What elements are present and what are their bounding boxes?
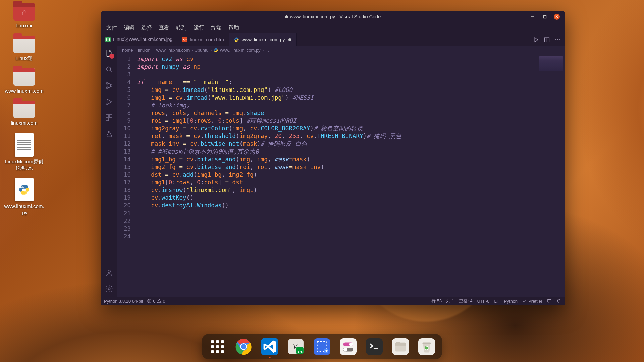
svg-rect-39 (396, 342, 401, 344)
editor-pane: home›linuxmi›www.linuxmi.com›Ubuntu›www.… (117, 46, 565, 297)
python-file-icon (213, 48, 218, 53)
run-button[interactable] (533, 37, 539, 43)
svg-rect-2 (543, 15, 546, 18)
explorer-badge: 1 (109, 54, 114, 59)
svg-point-4 (555, 39, 556, 40)
status-notifications[interactable] (556, 299, 561, 303)
editor-tab[interactable]: www..linuxmi.com.py (229, 33, 297, 46)
image-file-icon (105, 37, 111, 42)
svg-point-15 (108, 270, 110, 273)
desktop-icon[interactable]: linuxmi.com (4, 101, 44, 126)
accounts-button[interactable] (105, 268, 113, 277)
dirty-dot-icon (288, 38, 291, 41)
menu-item[interactable]: 终端 (208, 23, 225, 33)
svg-point-34 (343, 348, 347, 351)
dock-app-trash[interactable] (417, 337, 436, 356)
menu-item[interactable]: 文件 (103, 23, 120, 33)
svg-point-7 (106, 67, 111, 71)
chevron-right-icon: › (153, 48, 154, 53)
run-debug-tab[interactable] (105, 97, 113, 106)
html-file-icon: <> (182, 37, 187, 42)
dock: Vim (202, 334, 442, 359)
breadcrumb-segment[interactable]: ... (265, 48, 269, 53)
dock-app-terminal[interactable] (365, 337, 384, 356)
window-minimize-button[interactable] (530, 14, 536, 20)
line-gutter: 123456789101112131415161718192021222324 (117, 54, 137, 297)
editor-tabbar: Linux迷www.linuxmi.com.jpg<>linuxmi.com.h… (101, 33, 565, 46)
svg-point-8 (106, 82, 108, 84)
svg-point-9 (106, 87, 108, 88)
menu-item[interactable]: 运行 (191, 23, 207, 33)
chevron-right-icon: › (135, 48, 136, 53)
svg-rect-35 (366, 338, 383, 355)
status-python-env[interactable]: Python 3.8.10 64-bit (104, 299, 143, 304)
menu-item[interactable]: 选择 (138, 23, 155, 33)
status-formatter[interactable]: Prettier (522, 299, 542, 304)
testing-tab[interactable] (105, 129, 113, 138)
dock-app-vscode[interactable] (260, 337, 279, 356)
bell-icon (556, 299, 561, 303)
desktop-icon[interactable]: www.linuxmi.com..py (4, 178, 44, 216)
menu-item[interactable]: 编辑 (121, 23, 138, 33)
menubar: 文件编辑选择查看转到运行终端帮助 (101, 23, 565, 33)
desktop-icon[interactable]: www.linuxmi.com (4, 68, 44, 94)
split-editor-button[interactable] (544, 37, 550, 43)
svg-rect-14 (106, 118, 109, 121)
extensions-tab[interactable] (105, 113, 113, 122)
editor-tab[interactable]: Linux迷www.linuxmi.com.jpg (101, 33, 177, 46)
desktop-icon-label: www.linuxmi.com..py (4, 203, 44, 216)
settings-button[interactable] (105, 284, 113, 293)
dock-app-settings[interactable] (339, 337, 358, 356)
dock-app-chrome[interactable] (234, 337, 253, 356)
status-cursor[interactable]: 行 53，列 1 (431, 298, 454, 304)
svg-point-0 (22, 186, 23, 187)
window-titlebar[interactable]: www..linuxmi.com.py - Visual Studio Code… (101, 11, 565, 23)
desktop-icon[interactable]: LinuxMi.com原创说明.txt (4, 133, 44, 171)
desktop-icon[interactable]: ⌂linuxmi (4, 3, 44, 29)
window-title-text: www..linuxmi.com.py - Visual Studio Code (290, 14, 381, 19)
search-tab[interactable] (105, 65, 113, 74)
breadcrumb[interactable]: home›linuxmi›www.linuxmi.com›Ubuntu›www.… (117, 46, 565, 54)
status-feedback[interactable] (547, 299, 552, 303)
svg-point-16 (108, 288, 110, 290)
status-encoding[interactable]: UTF-8 (477, 299, 490, 304)
desktop-icon-label: linuxmi.com (4, 120, 44, 126)
tab-label: linuxmi.com.htm (190, 37, 224, 42)
chevron-right-icon: › (210, 48, 212, 53)
code-editor[interactable]: 123456789101112131415161718192021222324 … (117, 54, 565, 297)
dock-app-vim[interactable]: Vim (286, 337, 305, 356)
menu-item[interactable]: 转到 (173, 23, 190, 33)
breadcrumb-segment[interactable]: home (122, 48, 133, 53)
svg-rect-41 (423, 343, 431, 344)
breadcrumb-segment[interactable]: www..linuxmi.com.py (220, 48, 261, 53)
chevron-right-icon: › (191, 48, 193, 53)
svg-rect-13 (109, 115, 112, 117)
breadcrumb-segment[interactable]: www.linuxmi.com (156, 48, 190, 53)
desktop-icon-label: linuxmi (4, 23, 44, 29)
menu-item[interactable]: 查看 (156, 23, 172, 33)
warning-icon (157, 299, 162, 303)
status-problems[interactable]: 0 0 (147, 299, 165, 304)
status-lang[interactable]: Python (504, 299, 518, 304)
status-indent[interactable]: 空格: 4 (459, 298, 472, 304)
window-close-button[interactable]: ✕ (554, 14, 560, 20)
dock-app-files[interactable] (391, 337, 410, 356)
menu-item[interactable]: 帮助 (225, 23, 242, 33)
more-actions-button[interactable] (554, 37, 560, 43)
breadcrumb-segment[interactable]: Ubuntu (195, 48, 209, 53)
minimap[interactable] (535, 54, 565, 297)
status-eol[interactable]: LF (494, 299, 499, 304)
editor-tab[interactable]: <>linuxmi.com.htm (177, 33, 229, 46)
window-maximize-button[interactable] (542, 14, 548, 20)
svg-point-1 (25, 192, 26, 193)
breadcrumb-segment[interactable]: linuxmi (138, 48, 151, 53)
chevron-right-icon: › (262, 48, 264, 53)
svg-text:im: im (298, 348, 304, 355)
check-icon (522, 299, 527, 303)
source-control-tab[interactable] (105, 81, 113, 90)
dock-app-screenshot[interactable] (313, 337, 331, 356)
dock-app-apps[interactable] (208, 337, 227, 356)
desktop-icon[interactable]: Linux迷 (4, 36, 44, 62)
svg-point-5 (557, 39, 558, 40)
explorer-tab[interactable]: 1 (105, 49, 113, 58)
